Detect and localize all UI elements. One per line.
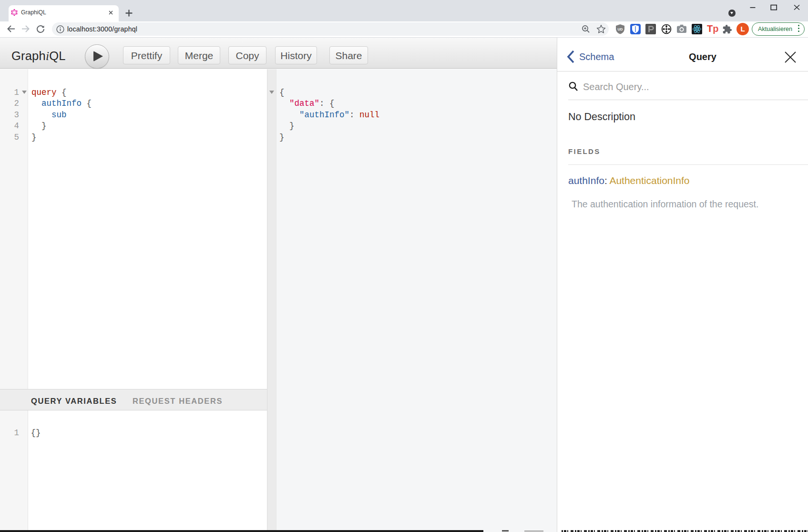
svg-text:UD: UD [618, 27, 623, 31]
